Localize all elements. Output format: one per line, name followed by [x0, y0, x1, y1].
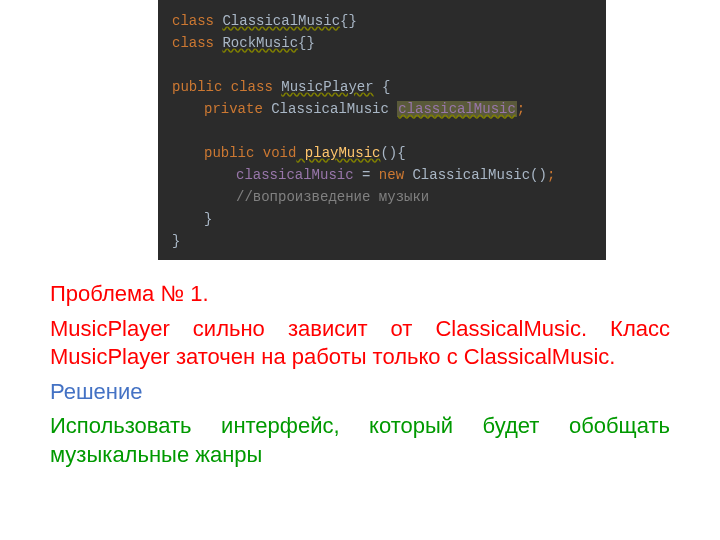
method-name: playMusic	[296, 145, 380, 161]
problem-body: MusicPlayer сильно зависит от ClassicalM…	[50, 315, 670, 372]
brace-close: }	[172, 233, 180, 249]
braces: {}	[298, 35, 315, 51]
signature: (){	[380, 145, 405, 161]
code-line: //вопроизведение музыки	[172, 186, 592, 208]
code-line: class ClassicalMusic{}	[172, 10, 592, 32]
keyword: new	[379, 167, 404, 183]
solution-title: Решение	[50, 378, 670, 407]
op-eq: =	[354, 167, 379, 183]
class-name: ClassicalMusic	[222, 13, 340, 29]
code-line: public class MusicPlayer {	[172, 76, 592, 98]
code-line: }	[172, 230, 592, 252]
braces: {}	[340, 13, 357, 29]
field-name: classicalMusic	[397, 101, 517, 117]
field-ref: classicalMusic	[236, 167, 354, 183]
slide-text: Проблема № 1. MusicPlayer сильно зависит…	[0, 260, 720, 470]
comment: //вопроизведение музыки	[236, 189, 429, 205]
brace: {	[374, 79, 391, 95]
class-name: MusicPlayer	[281, 79, 373, 95]
keyword: private	[204, 101, 263, 117]
keyword: public void	[204, 145, 296, 161]
brace-close: }	[204, 211, 212, 227]
keyword: class	[172, 13, 214, 29]
code-snippet: class ClassicalMusic{} class RockMusic{}…	[158, 0, 606, 260]
code-line: }	[172, 208, 592, 230]
problem-title: Проблема № 1.	[50, 280, 670, 309]
constructor-call: ClassicalMusic()	[404, 167, 547, 183]
semicolon: ;	[547, 167, 555, 183]
solution-body: Использовать интерфейс, который будет об…	[50, 412, 670, 469]
class-name: RockMusic	[222, 35, 298, 51]
code-line-blank	[172, 54, 592, 76]
keyword: public class	[172, 79, 273, 95]
code-line: class RockMusic{}	[172, 32, 592, 54]
type-ref: ClassicalMusic	[263, 101, 397, 117]
code-line-blank	[172, 120, 592, 142]
code-line: private ClassicalMusic classicalMusic;	[172, 98, 592, 120]
code-line: public void playMusic(){	[172, 142, 592, 164]
keyword: class	[172, 35, 214, 51]
semicolon: ;	[517, 101, 525, 117]
code-line: classicalMusic = new ClassicalMusic();	[172, 164, 592, 186]
